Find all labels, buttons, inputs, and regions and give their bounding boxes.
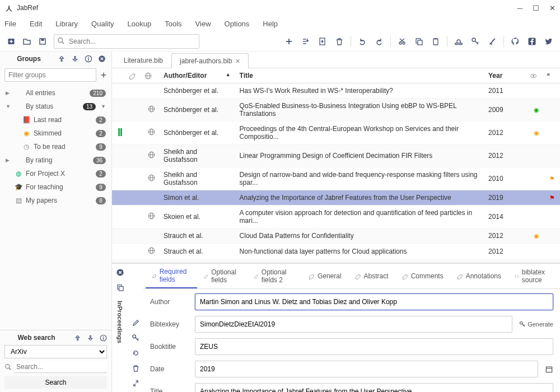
entry-row[interactable]: Strauch et al.Non-functional data layer … [112,244,560,260]
editor-key-icon[interactable] [132,334,140,342]
ws-down-icon[interactable] [87,334,94,342]
undo-icon[interactable] [358,37,367,46]
app-title: JabRef [17,4,38,12]
col-title[interactable]: Title [235,68,484,83]
add-entry-list-icon[interactable] [301,37,310,46]
group-item-8[interactable]: ▤My papers8 [2,194,109,207]
menu-quality[interactable]: Quality [91,20,114,28]
websearch-button[interactable]: Search [4,376,107,389]
add-entry-icon[interactable] [284,37,293,46]
col-globe[interactable] [143,68,159,83]
group-item-2[interactable]: 📕Last read2 [2,113,109,127]
redo-icon[interactable] [375,37,384,46]
title-input[interactable] [195,383,553,392]
menu-library[interactable]: Library [55,20,78,28]
groups-panel-title: Groups [6,55,52,63]
entry-row[interactable]: Schönberger et al.Proceedings of the 4th… [112,122,560,144]
push-external-icon[interactable] [454,37,463,46]
groups-close-icon[interactable] [98,55,106,63]
col-marker[interactable] [112,68,128,83]
group-item-0[interactable]: ▶All entries210 [2,86,109,100]
menu-edit[interactable]: Edit [30,20,42,28]
editor-close-icon[interactable] [116,268,124,277]
date-picker-icon[interactable] [545,365,553,374]
col-read[interactable] [529,68,544,83]
new-library-icon[interactable] [7,37,16,46]
editor-tab-3[interactable]: General [302,264,348,288]
col-tag[interactable] [128,68,143,83]
open-library-icon[interactable] [22,37,31,46]
add-group-button[interactable] [100,68,108,82]
entry-row[interactable]: Schönberger et al.Has WS-I's Work Result… [112,83,560,99]
facebook-icon[interactable] [528,37,536,46]
editor-expand-icon[interactable] [132,379,140,388]
twitter-icon[interactable] [544,37,553,46]
menu-help[interactable]: Help [263,20,278,28]
date-input[interactable] [195,361,538,377]
entry-row[interactable]: Sheikh and GustafssonLinear Programming … [112,144,560,167]
entry-row[interactable]: Schönberger et al.QoS-Enabled Business-t… [112,99,560,122]
window-maximize-button[interactable]: ☐ [533,4,539,12]
entry-row[interactable]: Skoien et al.A computer vision approach … [112,206,560,228]
editor-tab-0[interactable]: Required fields [146,264,197,288]
entry-row[interactable]: Sheikh and GustafssonDesign of narrow-ba… [112,167,560,190]
menu-view[interactable]: View [195,20,211,28]
editor-copy-icon[interactable] [116,283,124,292]
generate-key-icon[interactable] [471,37,480,46]
groups-collapse-up-icon[interactable] [58,55,66,63]
group-item-4[interactable]: ◷To be read9 [2,140,109,153]
app-logo-icon [4,3,13,12]
copy-icon[interactable] [414,37,423,46]
entry-row[interactable]: Simon et al.Analyzing the Importance of … [112,190,560,206]
groups-expand-down-icon[interactable] [71,55,79,63]
window-minimize-button[interactable]: ─ [517,4,522,12]
menu-options[interactable]: Options [225,20,250,28]
ws-search-icon [4,363,12,371]
paste-icon[interactable] [431,37,440,46]
delete-entry-icon[interactable] [335,37,344,46]
window-close-button[interactable]: ✕ [549,4,556,12]
editor-tab-5[interactable]: Comments [395,264,450,288]
github-icon[interactable] [511,37,520,46]
menu-lookup[interactable]: Lookup [128,20,152,28]
file-tab-0[interactable]: Literature.bib [115,53,171,68]
editor-tab-1[interactable]: Optional fields [197,264,248,288]
group-item-3[interactable]: ◉Skimmed2 [2,127,109,140]
entry-row[interactable]: Strauch et al.Cloud Data Patterns for Co… [112,228,560,244]
entry-type-label: InProceedings [116,301,123,343]
booktitle-input[interactable] [195,338,553,355]
editor-tab-7[interactable]: biblatex source [508,264,560,288]
generate-key-button[interactable]: Generate [519,321,553,328]
save-library-icon[interactable] [38,37,47,46]
group-item-6[interactable]: ◍For Project X2 [2,167,109,180]
col-author[interactable]: Author/Editor ▲ [159,68,235,83]
groups-info-icon[interactable] [85,55,92,63]
websearch-input[interactable] [14,361,107,373]
filter-groups-input[interactable] [4,68,96,82]
new-entry-from-id-icon[interactable] [318,37,327,46]
menu-file[interactable]: File [4,20,16,28]
menubar: FileEditLibraryQualityLookupToolsViewOpt… [0,16,560,31]
editor-trash-icon[interactable] [132,364,140,372]
editor-tab-2[interactable]: Optional fields 2 [248,264,302,288]
editor-edit-icon[interactable] [132,319,140,327]
bibtexkey-input[interactable] [195,316,512,333]
menu-tools[interactable]: Tools [165,20,181,28]
group-item-1[interactable]: ▼By status13 ▼ [2,100,109,113]
websearch-title: Web search [4,334,68,342]
cleanup-icon[interactable] [488,37,497,46]
ws-info-icon[interactable] [100,334,107,342]
websearch-source-select[interactable]: ArXiv [4,345,107,358]
col-year[interactable]: Year [484,68,529,83]
author-input[interactable] [195,293,553,310]
editor-refresh-icon[interactable] [132,349,140,357]
global-search-input[interactable] [54,34,199,49]
cut-icon[interactable] [398,37,407,46]
editor-tab-4[interactable]: Abstract [348,264,395,288]
group-item-5[interactable]: ▶By rating36 [2,153,109,167]
file-tab-1[interactable]: jabref-authors.bib✕ [171,53,249,68]
editor-tab-6[interactable]: Annotations [450,264,508,288]
ws-up-icon[interactable] [74,334,81,342]
group-item-7[interactable]: 🎓For teaching9 [2,180,109,194]
col-flag[interactable] [544,68,560,83]
